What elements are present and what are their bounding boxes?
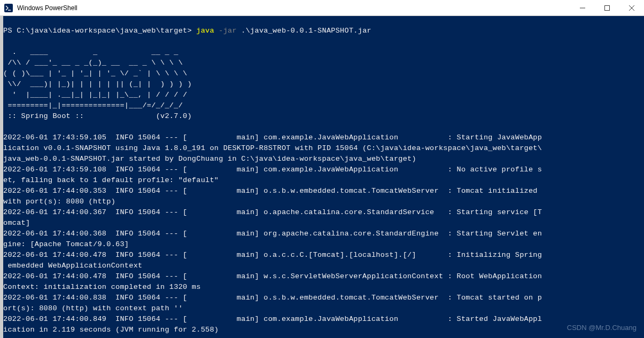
minimize-button[interactable] xyxy=(570,0,595,15)
svg-rect-1 xyxy=(605,5,610,10)
log-line: with port(s): 8080 (http) xyxy=(3,198,115,206)
log-line: gine: [Apache Tomcat/9.0.63] xyxy=(3,240,129,248)
log-line: 2022-06-01 17:44:00.368 INFO 15064 --- [… xyxy=(3,230,542,238)
log-line: ication in 2.119 seconds (JVM running fo… xyxy=(3,326,219,334)
prompt: PS C:\java\idea-workspace\java_web\targe… xyxy=(3,27,196,35)
log-line: 2022-06-01 17:43:59.105 INFO 15064 --- [… xyxy=(3,133,542,142)
log-line: 2022-06-01 17:44:00.478 INFO 15064 --- [… xyxy=(3,272,542,280)
svg-rect-0 xyxy=(4,4,13,12)
window-controls xyxy=(570,0,644,15)
log-line: java_web-0.0.1-SNAPSHOT.jar started by D… xyxy=(3,155,416,163)
log-line: omcat] xyxy=(3,219,30,227)
maximize-button[interactable] xyxy=(595,0,619,15)
terminal-output[interactable]: PS C:\java\idea-workspace\java_web\targe… xyxy=(3,16,644,338)
banner-line: . ____ _ __ _ _ xyxy=(3,48,179,56)
log-line: 2022-06-01 17:44:00.367 INFO 15064 --- [… xyxy=(3,208,542,216)
command-java: java xyxy=(196,27,214,35)
log-line: 2022-06-01 17:43:59.108 INFO 15064 --- [… xyxy=(3,166,542,174)
log-line: et, falling back to 1 default profile: "… xyxy=(3,176,219,184)
window-title: Windows PowerShell xyxy=(17,4,570,12)
banner-line: ( ( )\___ | '_ | '_| | '_ \/ _` | \ \ \ … xyxy=(3,69,187,77)
banner-line: /\\ / ___'_ __ _ _(_)_ __ __ _ \ \ \ \ xyxy=(3,59,183,67)
command-arg: .\java_web-0.0.1-SNAPSHOT.jar xyxy=(237,27,371,35)
log-line: lication v0.0.1-SNAPSHOT using Java 1.8.… xyxy=(3,144,542,152)
log-line: embedded WebApplicationContext xyxy=(3,262,142,270)
close-button[interactable] xyxy=(619,0,644,15)
banner-line: ' |____| .__|_| |_|_| |_\__, | / / / / xyxy=(3,91,187,99)
banner-line: :: Spring Boot :: (v2.7.0) xyxy=(3,112,192,120)
powershell-icon xyxy=(4,4,13,12)
log-line: 2022-06-01 17:44:00.353 INFO 15064 --- [… xyxy=(3,187,542,195)
log-line: Context: initialization completed in 132… xyxy=(3,283,201,291)
log-line: ort(s): 8080 (http) with context path '' xyxy=(3,304,183,312)
log-line: 2022-06-01 17:44:00.849 INFO 15064 --- [… xyxy=(3,315,542,323)
banner-line: =========|_|==============|___/=/_/_/_/ xyxy=(3,101,183,109)
log-line: 2022-06-01 17:44:00.838 INFO 15064 --- [… xyxy=(3,294,542,302)
command-jar-flag: -jar xyxy=(214,27,237,35)
log-line: 2022-06-01 17:44:00.478 INFO 15064 --- [… xyxy=(3,251,542,259)
titlebar: Windows PowerShell xyxy=(0,0,644,16)
watermark: CSDN @Mr.D.Chuang xyxy=(567,324,637,332)
banner-line: \\/ ___)| |_)| | | | | || (_| | ) ) ) ) xyxy=(3,80,192,88)
